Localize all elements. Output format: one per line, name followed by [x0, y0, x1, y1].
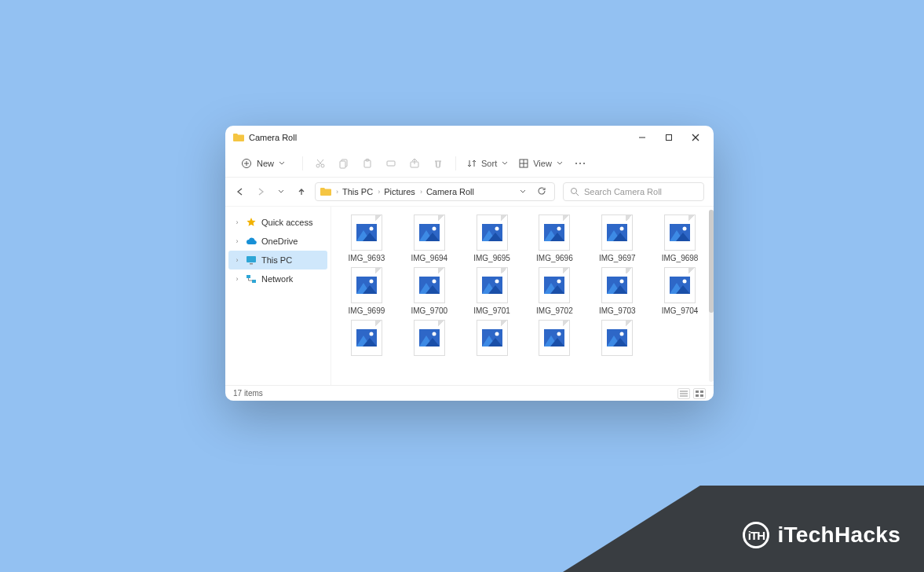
image-file-icon — [351, 214, 382, 251]
file-item[interactable]: IMG_9699 — [342, 267, 391, 315]
sidebar-item-this-pc[interactable]: ›This PC — [228, 251, 327, 270]
nav-row: ›This PC ›Pictures ›Camera Roll Search C… — [225, 178, 714, 206]
svg-rect-67 — [700, 390, 703, 393]
star-icon — [246, 217, 257, 228]
file-item[interactable] — [593, 320, 641, 356]
forward-button[interactable] — [255, 186, 266, 197]
file-item[interactable]: IMG_9704 — [656, 267, 704, 315]
file-item[interactable]: IMG_9697 — [593, 214, 641, 262]
recent-dropdown[interactable] — [276, 186, 287, 197]
svg-point-22 — [583, 163, 585, 164]
expand-chevron-icon[interactable]: › — [233, 275, 241, 283]
copy-icon[interactable] — [338, 157, 350, 170]
expand-chevron-icon[interactable]: › — [233, 256, 241, 264]
sort-label: Sort — [481, 159, 497, 168]
svg-point-21 — [579, 163, 581, 164]
address-dropdown[interactable] — [517, 186, 529, 197]
file-item[interactable]: IMG_9693 — [342, 214, 391, 262]
refresh-button[interactable] — [534, 186, 550, 198]
new-button[interactable]: New — [235, 155, 291, 172]
minimize-button[interactable] — [629, 127, 656, 148]
file-name: IMG_9700 — [411, 306, 447, 315]
paste-icon[interactable] — [361, 157, 374, 170]
file-item[interactable] — [405, 320, 454, 356]
svg-rect-26 — [250, 263, 253, 265]
svg-point-38 — [620, 227, 624, 231]
image-file-icon — [477, 214, 508, 251]
sidebar-item-network[interactable]: ›Network — [228, 270, 327, 288]
maximize-button[interactable] — [656, 127, 682, 148]
file-item[interactable]: IMG_9702 — [530, 267, 579, 315]
sidebar-item-onedrive[interactable]: ›OneDrive — [228, 232, 327, 251]
file-grid[interactable]: IMG_9693IMG_9694IMG_9695IMG_9696IMG_9697… — [331, 207, 709, 385]
breadcrumb-segment[interactable]: ›Pictures — [378, 187, 415, 196]
file-item[interactable]: IMG_9701 — [468, 267, 517, 315]
svg-point-34 — [495, 227, 499, 231]
svg-point-60 — [557, 332, 561, 336]
close-button[interactable] — [682, 127, 709, 148]
expand-chevron-icon[interactable]: › — [233, 218, 241, 226]
image-file-icon — [351, 267, 382, 303]
up-button[interactable] — [296, 186, 307, 197]
share-icon[interactable] — [408, 157, 421, 170]
image-file-icon — [539, 320, 570, 356]
cloud-icon — [246, 236, 257, 247]
svg-rect-1 — [667, 135, 672, 141]
file-name: IMG_9694 — [411, 254, 447, 262]
svg-point-42 — [369, 280, 373, 284]
network-icon — [246, 273, 257, 284]
sort-button[interactable]: Sort — [467, 159, 508, 168]
thumbnails-view-button[interactable] — [693, 388, 706, 399]
svg-point-52 — [683, 280, 687, 284]
explorer-body: ›Quick access›OneDrive›This PC›Network I… — [225, 206, 714, 385]
scrollbar[interactable] — [709, 210, 714, 382]
search-box[interactable]: Search Camera Roll — [563, 182, 704, 201]
file-item[interactable]: IMG_9694 — [405, 214, 454, 262]
chevron-down-icon — [502, 160, 508, 167]
file-item[interactable] — [468, 320, 517, 356]
image-file-icon — [664, 214, 696, 251]
title-bar: Camera Roll — [225, 126, 714, 149]
sidebar-item-quick-access[interactable]: ›Quick access — [228, 213, 327, 232]
explorer-window: Camera Roll New Sort V — [225, 126, 714, 401]
file-pane: IMG_9693IMG_9694IMG_9695IMG_9696IMG_9697… — [331, 207, 714, 385]
svg-line-24 — [576, 193, 579, 196]
file-item[interactable]: IMG_9700 — [405, 267, 454, 315]
folder-icon — [320, 186, 331, 198]
cut-icon[interactable] — [314, 157, 327, 170]
rename-icon[interactable] — [385, 157, 397, 170]
file-name: IMG_9695 — [473, 254, 510, 262]
file-item[interactable] — [342, 320, 391, 356]
scroll-thumb[interactable] — [709, 210, 714, 313]
details-view-button[interactable] — [677, 388, 690, 399]
file-item[interactable]: IMG_9695 — [468, 214, 517, 262]
file-name: IMG_9696 — [536, 254, 573, 262]
breadcrumb-segment[interactable]: ›This PC — [336, 187, 373, 196]
new-label: New — [257, 159, 274, 168]
watermark-banner: iTH iTechHacks — [563, 486, 924, 572]
svg-point-50 — [620, 280, 624, 284]
image-file-icon — [601, 267, 633, 303]
more-icon[interactable] — [574, 157, 586, 170]
search-placeholder: Search Camera Roll — [584, 187, 662, 196]
sidebar: ›Quick access›OneDrive›This PC›Network — [225, 207, 331, 385]
file-name: IMG_9698 — [662, 254, 699, 262]
file-item[interactable]: IMG_9703 — [593, 267, 641, 315]
svg-point-62 — [620, 332, 624, 336]
breadcrumb-segment[interactable]: ›Camera Roll — [420, 187, 474, 196]
svg-rect-12 — [340, 161, 345, 168]
image-file-icon — [539, 214, 570, 251]
sidebar-item-label: Quick access — [261, 218, 312, 227]
file-item[interactable]: IMG_9696 — [530, 214, 579, 262]
delete-icon[interactable] — [432, 157, 444, 170]
expand-chevron-icon[interactable]: › — [233, 237, 241, 245]
file-item[interactable] — [530, 320, 579, 356]
address-bar[interactable]: ›This PC ›Pictures ›Camera Roll — [315, 182, 555, 201]
image-file-icon — [414, 267, 445, 303]
file-item[interactable]: IMG_9698 — [656, 214, 704, 262]
file-name: IMG_9693 — [349, 254, 385, 262]
image-file-icon — [664, 267, 696, 303]
back-button[interactable] — [235, 186, 246, 197]
folder-icon — [233, 132, 244, 144]
view-button[interactable]: View — [519, 159, 563, 168]
